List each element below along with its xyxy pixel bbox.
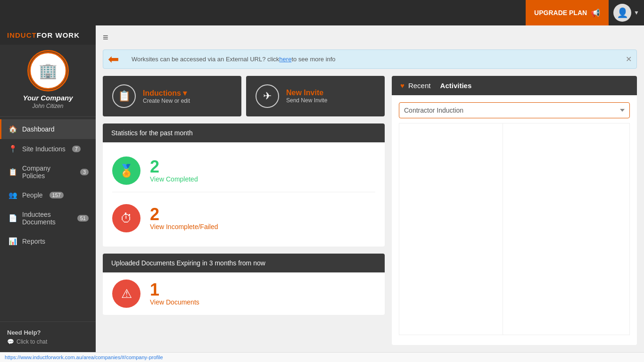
statistics-body: 🏅 2 View Completed ⏱: [103, 142, 385, 247]
recent-title-bold: Activities: [440, 82, 472, 90]
inductions-subtitle: Create New or edit: [143, 98, 190, 104]
recent-title-normal: Recent: [408, 82, 431, 90]
content-area: 📋 Inductions ▾ Create New or edit ✈ New …: [96, 76, 644, 352]
upgrade-plan-button[interactable]: UPGRADE PLAN 📢: [526, 0, 609, 25]
sidebar-item-people[interactable]: 👥 People 157: [0, 185, 96, 205]
completed-stats-row: 🏅 2 View Completed: [112, 149, 375, 192]
sidebar-item-company-policies[interactable]: 📋 Company Policies 3: [0, 159, 96, 185]
sidebar-profile: 🏢 Your Company John Citizen: [0, 45, 96, 117]
profile-username: John Citizen: [32, 103, 63, 109]
company-name: Your Company: [23, 93, 73, 103]
documents-count: 1: [150, 281, 199, 298]
chat-icon: 💬: [7, 338, 14, 345]
inductions-title: Inductions ▾: [143, 89, 190, 98]
incomplete-stats-info: 2 View Incomplete/Failed: [150, 206, 218, 230]
completed-stats-info: 2 View Completed: [150, 158, 198, 183]
view-incomplete-link[interactable]: View Incomplete/Failed: [150, 223, 218, 230]
megaphone-icon: 📢: [591, 8, 600, 17]
close-icon[interactable]: ✕: [626, 55, 632, 64]
new-invite-subtitle: Send New Invite: [286, 97, 327, 104]
sidebar-item-dashboard[interactable]: 🏠 Dashboard: [0, 119, 96, 139]
recent-activities-header: ♥ Recent Activities: [392, 76, 637, 95]
sidebar-item-label: Dashboard: [22, 125, 55, 133]
upgrade-label: UPGRADE PLAN: [534, 9, 587, 16]
sidebar-item-label: People: [22, 191, 43, 199]
company-policies-badge: 3: [80, 169, 89, 175]
need-help-label: Need Help?: [7, 329, 89, 336]
main-content: ≡ ⬅ Worksites can be accessed via an Ext…: [96, 25, 644, 352]
chevron-down-icon[interactable]: ▼: [634, 9, 639, 16]
sidebar-item-label: Inductees Documents: [22, 211, 71, 226]
banner-link[interactable]: here: [279, 56, 291, 63]
incomplete-stats-row: ⏱ 2 View Incomplete/Failed: [112, 197, 375, 239]
view-completed-link[interactable]: View Completed: [150, 175, 198, 183]
site-inductions-badge: 7: [72, 146, 81, 152]
documents-stats-info: 1 View Documents: [150, 281, 199, 306]
location-icon: 📍: [8, 145, 17, 153]
completed-icon-circle: 🏅: [112, 156, 140, 185]
new-invite-card[interactable]: ✈ New Invite Send New Invite: [246, 76, 385, 116]
incomplete-icon-circle: ⏱: [112, 204, 140, 232]
main-layout: INDUCTFOR WORK 🏢 Your Company John Citiz…: [0, 25, 644, 352]
sidebar-footer: Need Help? 💬 Click to chat: [0, 321, 96, 352]
documents-header: Uploaded Documents Expiring in 3 months …: [103, 254, 385, 272]
inductees-documents-badge: 51: [77, 215, 89, 222]
new-invite-text: New Invite Send New Invite: [286, 89, 327, 104]
status-bar: https://www.inductforwork.com.au/area/co…: [0, 352, 644, 362]
right-column: ♥ Recent Activities Contractor Induction: [392, 76, 637, 345]
hamburger-menu-icon[interactable]: ≡: [103, 32, 108, 43]
recent-activities-dropdown[interactable]: Contractor Induction: [399, 102, 630, 118]
clipboard-icon: 📋: [8, 168, 17, 176]
sidebar-nav: 🏠 Dashboard 📍 Site Inductions 7 📋 Compan…: [0, 117, 96, 322]
recent-activities-content: [399, 123, 630, 335]
documents-panel: Uploaded Documents Expiring in 3 months …: [103, 254, 385, 315]
sidebar-item-reports[interactable]: 📊 Reports: [0, 231, 96, 251]
recent-left-pane: [399, 123, 503, 335]
view-documents-link[interactable]: View Documents: [150, 298, 199, 306]
recent-right-pane: [503, 123, 629, 335]
inductions-icon: 📋: [112, 84, 136, 108]
statistics-panel: Statistics for the past month 🏅 2 View C…: [103, 123, 385, 247]
sidebar-item-label: Site Inductions: [22, 145, 66, 153]
action-row: 📋 Inductions ▾ Create New or edit ✈ New …: [103, 76, 385, 116]
banner-text-after: to see more info: [291, 56, 335, 63]
chart-icon: 📊: [8, 237, 17, 246]
medal-icon: 🏅: [119, 164, 134, 178]
timer-icon: ⏱: [120, 211, 132, 226]
top-bar: ≡: [96, 25, 644, 49]
recent-activities-panel: ♥ Recent Activities Contractor Induction: [392, 76, 637, 345]
warning-icon: ⚠: [121, 287, 132, 301]
logo-text: INDUCTFOR WORK: [7, 31, 80, 39]
info-banner: ⬅ Worksites can be accessed via an Exter…: [103, 49, 637, 69]
invite-icon: ✈: [256, 84, 279, 108]
chat-label: Click to chat: [17, 338, 47, 345]
inductions-text: Inductions ▾ Create New or edit: [143, 89, 190, 104]
sidebar: INDUCTFOR WORK 🏢 Your Company John Citiz…: [0, 25, 96, 352]
status-url: https://www.inductforwork.com.au/area/co…: [5, 354, 163, 360]
statistics-header: Statistics for the past month: [103, 123, 385, 142]
sidebar-item-inductees-documents[interactable]: 📄 Inductees Documents 51: [0, 205, 96, 231]
documents-warning-icon: ⚠: [112, 280, 140, 308]
documents-body: ⚠ 1 View Documents: [103, 272, 385, 315]
people-icon: 👥: [8, 191, 17, 199]
left-column: 📋 Inductions ▾ Create New or edit ✈ New …: [103, 76, 385, 345]
inductions-card[interactable]: 📋 Inductions ▾ Create New or edit: [103, 76, 241, 116]
banner-text: Worksites can be accessed via an Externa…: [132, 56, 279, 63]
incomplete-count: 2: [150, 206, 218, 223]
top-header: UPGRADE PLAN 📢 👤 ▼: [0, 0, 644, 25]
new-invite-title: New Invite: [286, 89, 327, 97]
completed-count: 2: [150, 158, 198, 175]
sidebar-item-label: Reports: [22, 238, 45, 245]
document-icon: 📄: [8, 214, 17, 222]
sidebar-item-label: Company Policies: [22, 165, 74, 180]
people-badge: 157: [50, 192, 64, 198]
sidebar-logo: INDUCTFOR WORK: [0, 25, 96, 45]
dashboard-icon: 🏠: [8, 125, 17, 133]
sidebar-item-site-inductions[interactable]: 📍 Site Inductions 7: [0, 139, 96, 159]
heart-icon: ♥: [400, 82, 405, 90]
arrow-left-icon: ⬅: [108, 51, 119, 67]
avatar[interactable]: 👤: [613, 4, 631, 22]
click-to-chat-button[interactable]: 💬 Click to chat: [7, 338, 89, 345]
recent-activities-body: Contractor Induction: [392, 95, 637, 342]
